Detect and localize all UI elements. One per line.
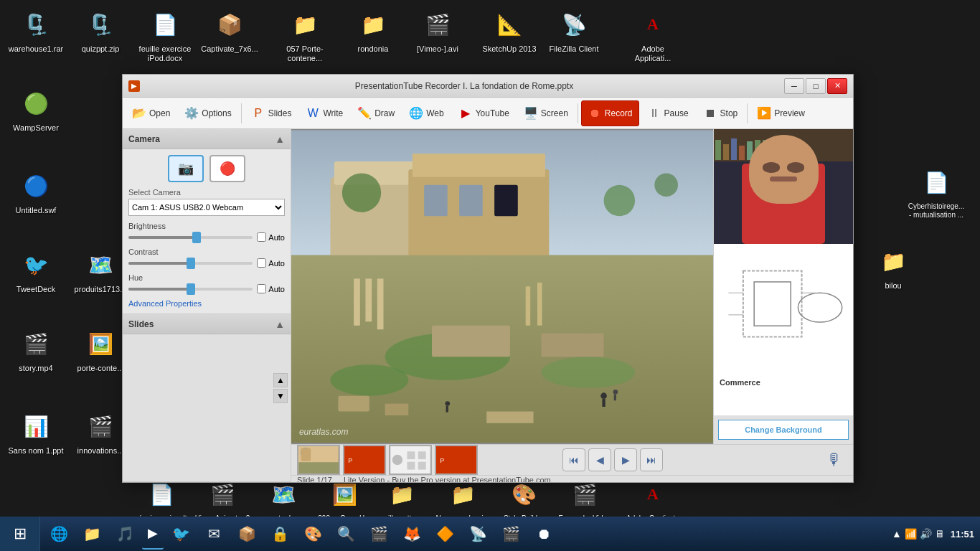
taskbar-firefox-icon[interactable]: 🦊 <box>396 518 428 550</box>
youtube-button[interactable]: ▶ YouTube <box>452 100 516 126</box>
desktop-icon-untitled[interactable]: 🔵 Untitled.swf <box>7 169 65 215</box>
screen-button[interactable]: 🖥️ Screen <box>517 100 575 126</box>
scroll-up-button[interactable]: ▲ <box>273 373 288 387</box>
camera-select[interactable]: Cam 1: ASUS USB2.0 Webcam <box>128 199 285 216</box>
slides-button[interactable]: P Slides <box>245 100 298 126</box>
svg-rect-30 <box>446 406 448 413</box>
close-button[interactable]: ✕ <box>827 78 847 94</box>
taskbar-paint-icon[interactable]: 🎨 <box>297 518 329 550</box>
hue-track[interactable] <box>128 288 253 291</box>
youtube-icon: ▶ <box>458 106 473 121</box>
desktop-icon-quizppt[interactable]: 🗜️ quizppt.zip <box>72 7 129 54</box>
desktop-icon-porte-conte[interactable]: 🖼️ porte-conte... <box>72 326 129 373</box>
stop-icon: ⏹ <box>703 106 717 121</box>
change-background-button[interactable]: Change Background <box>718 420 849 440</box>
next-slide-button[interactable]: ▶ <box>614 448 637 471</box>
desktop-icon-bilou[interactable]: 📁 bilou <box>864 244 922 291</box>
preview-icon: ▶️ <box>757 106 771 121</box>
camera-snapshot-button[interactable]: 📷 <box>168 155 204 182</box>
contrast-auto-checkbox[interactable] <box>257 258 266 268</box>
slide-thumb-2[interactable]: P <box>343 445 386 475</box>
taskbar-search-icon[interactable]: 🔍 <box>330 518 362 550</box>
taskbar-active-app[interactable]: ▶ <box>142 518 164 550</box>
svg-rect-7 <box>494 185 518 217</box>
brightness-auto-checkbox[interactable] <box>257 232 266 242</box>
svg-point-14 <box>330 364 408 396</box>
slides-collapse-button[interactable]: ▲ <box>275 319 285 330</box>
desktop-icon-sansnomm[interactable]: 📊 Sans nom 1.ppt <box>7 409 65 456</box>
start-button[interactable]: ⊞ <box>0 517 40 551</box>
contrast-track[interactable] <box>128 262 253 265</box>
title-bar: ▶ PresentationTube Recorder I. La fondat… <box>123 75 853 98</box>
web-button[interactable]: 🌐 Web <box>402 100 450 126</box>
camera-collapse-button[interactable]: ▲ <box>275 133 285 145</box>
prev-slide-button[interactable]: ◀ <box>588 448 611 471</box>
desktop-icon-sketchup[interactable]: 📐 SketchUp 2013 <box>481 7 538 54</box>
taskbar-twitter-icon[interactable]: 🐦 <box>165 518 197 550</box>
main-slide[interactable]: euratlas.com <box>291 129 713 444</box>
svg-rect-5 <box>424 185 448 217</box>
desktop-icon-tweetdeck[interactable]: 🐦 TweetDeck <box>7 248 65 294</box>
roman-forum-image: euratlas.com <box>291 129 713 444</box>
desktop-icon-feuille[interactable]: 📄 feuille exercice iPod.docx <box>136 7 194 63</box>
record-button[interactable]: ⏺ Record <box>581 100 639 126</box>
desktop-icon-wamp[interactable]: 🟢 WampServer <box>7 86 65 133</box>
select-camera-label: Select Camera <box>128 188 285 197</box>
monitor-icon[interactable]: 🖥 <box>935 528 945 540</box>
prev-icon: ◀ <box>596 454 604 466</box>
desktop-icon-warehouse[interactable]: 🗜️ warehouse1.rar <box>7 7 65 54</box>
volume-icon[interactable]: 🔊 <box>920 528 932 540</box>
taskbar-lock-icon[interactable]: 🔒 <box>264 518 296 550</box>
desktop-icon-rondonia[interactable]: 📁 rondonia <box>344 7 402 54</box>
taskbar-vlc-icon[interactable]: 🔶 <box>429 518 461 550</box>
svg-point-46 <box>392 454 402 464</box>
minimize-button[interactable]: ─ <box>784 78 804 94</box>
slide-thumb-3[interactable] <box>389 445 432 475</box>
write-button[interactable]: W Write <box>299 100 349 126</box>
taskbar-archive-icon[interactable]: 📦 <box>231 518 263 550</box>
desktop-icon-adobe[interactable]: A Adobe Applicati... <box>624 7 682 63</box>
last-slide-button[interactable]: ⏭ <box>640 448 663 471</box>
options-button[interactable]: ⚙️ Options <box>178 100 237 126</box>
snapshot-icon: 📷 <box>178 161 194 176</box>
advanced-properties-link[interactable]: Advanced Properties <box>128 299 285 308</box>
first-slide-button[interactable]: ⏮ <box>562 448 585 471</box>
hue-auto-checkbox[interactable] <box>257 284 266 293</box>
camera-video-button[interactable]: 🔴 <box>209 155 245 182</box>
draw-button[interactable]: ✏️ Draw <box>351 100 401 126</box>
desktop-icon-filezilla[interactable]: 📡 FileZilla Client <box>545 7 603 54</box>
maximize-button[interactable]: □ <box>806 78 826 94</box>
taskbar-mediaplayer-icon[interactable]: 🎵 <box>109 518 141 550</box>
brightness-track[interactable] <box>128 236 253 239</box>
taskbar-folder-icon[interactable]: 📁 <box>76 518 108 550</box>
pause-button[interactable]: ⏸ Pause <box>641 100 695 126</box>
stop-button[interactable]: ⏹ Stop <box>697 100 745 126</box>
taskbar-rec-icon[interactable]: ⏺ <box>528 518 560 550</box>
taskbar-ie-icon[interactable]: 🌐 <box>43 518 75 550</box>
desktop-icon-vimeo[interactable]: 🎬 [Vimeo-].avi <box>409 7 466 54</box>
desktop-icon-cyberhistoire[interactable]: 📄 Cyberhistoirege...- mutualisation ... <box>908 165 965 220</box>
slide-area: euratlas.com <box>291 129 853 444</box>
slides-icon: P <box>251 106 265 121</box>
taskbar-film-icon[interactable]: 🎬 <box>363 518 395 550</box>
taskbar-mail-icon[interactable]: ✉ <box>198 518 230 550</box>
open-button[interactable]: 📂 Open <box>126 100 176 126</box>
svg-text:P: P <box>440 456 444 463</box>
scroll-down-button[interactable]: ▼ <box>273 389 288 403</box>
taskbar-filezilla-taskbar-icon[interactable]: 📡 <box>462 518 494 550</box>
network-icon[interactable]: 📶 <box>905 528 917 540</box>
taskbar-video2-icon[interactable]: 🎬 <box>495 518 527 550</box>
desktop-icon-innovations[interactable]: 🎬 innovations... <box>72 409 129 456</box>
desktop-icon-story[interactable]: 🎬 story.mp4 <box>7 326 65 373</box>
preview-button[interactable]: ▶️ Preview <box>750 100 811 126</box>
taskbar-pinned-apps: 🌐 📁 🎵 ▶ 🐦 ✉ 📦 🔒 🎨 🔍 🎬 🦊 🔶 📡 🎬 ⏺ <box>40 517 562 551</box>
desktop-icon-captivate[interactable]: 📦 Captivate_7x6... <box>201 7 258 54</box>
slide-thumb-4[interactable]: P <box>435 445 478 475</box>
slide-thumb-1[interactable] <box>297 445 340 475</box>
taskbar-clock[interactable]: 11:51 <box>951 529 974 540</box>
desktop-icon-produits[interactable]: 🗺️ produits1713... <box>72 248 129 294</box>
brightness-control: Auto <box>128 232 285 242</box>
up-arrow-icon[interactable]: ▲ <box>892 528 902 540</box>
microphone-button[interactable]: 🎙 <box>821 447 847 473</box>
desktop-icon-porte[interactable]: 📁 057 Porte-contene... <box>276 7 334 63</box>
